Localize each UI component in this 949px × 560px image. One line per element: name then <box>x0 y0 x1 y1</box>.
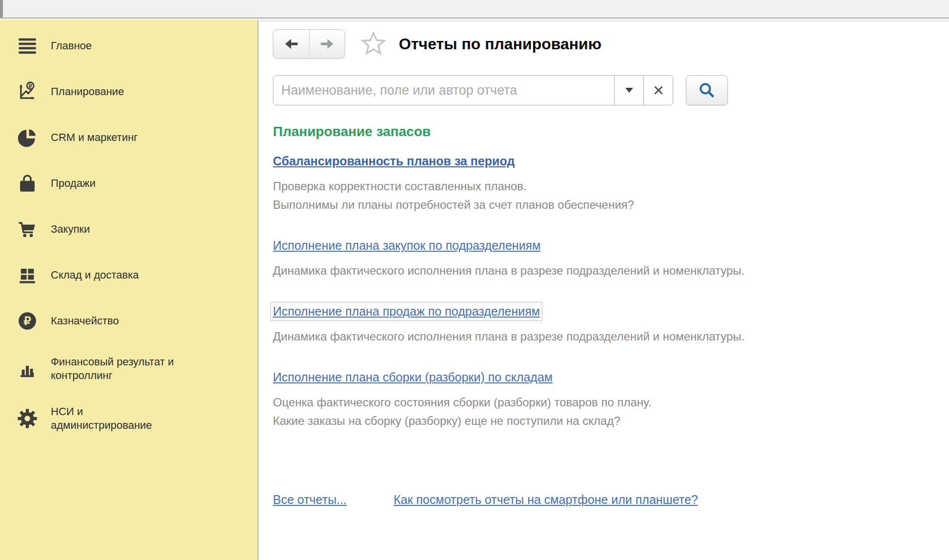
content-top-strip <box>260 20 949 22</box>
sidebar-item[interactable]: НСИ и администрирование <box>0 405 257 432</box>
history-nav-group <box>273 29 345 59</box>
report-description: Динамика фактического исполнения плана в… <box>273 327 944 346</box>
report-description-line: Оценка фактического состояния сборки (ра… <box>273 393 944 412</box>
footer-link[interactable]: Как посмотреть отчеты на смартфоне или п… <box>393 493 698 507</box>
back-arrow-icon <box>283 36 300 52</box>
search-input[interactable] <box>273 76 614 105</box>
report-description: Оценка фактического состояния сборки (ра… <box>273 393 944 430</box>
sidebar-item[interactable]: CRM и маркетинг <box>0 126 257 149</box>
page-title: Отчеты по планированию <box>399 35 601 53</box>
window-tab[interactable]: Изменены правила учета курсовых разниц <box>2 0 3 18</box>
sidebar-item-label: Закупки <box>51 222 90 236</box>
main-content: Отчеты по планированию Планирование запа… <box>260 20 949 560</box>
sidebar-item[interactable]: Закупки <box>0 218 257 241</box>
sidebar-item[interactable]: Склад и доставка <box>0 263 257 287</box>
footer-link[interactable]: Все отчеты... <box>273 493 347 507</box>
window-tab-bar: Начальная страница Монитор Портала 1С:ИТ… <box>0 0 949 19</box>
search-clear-button[interactable] <box>643 76 673 105</box>
report-link[interactable]: Исполнение плана продаж по подразделения… <box>273 304 540 319</box>
report-link[interactable]: Исполнение плана закупок по подразделени… <box>273 239 540 253</box>
sidebar-item-label: CRM и маркетинг <box>51 131 138 144</box>
sidebar-item[interactable]: Продажи <box>0 172 257 195</box>
section-title: Планирование запасов <box>273 124 944 140</box>
favorites-star-button[interactable] <box>360 30 387 58</box>
search-box <box>273 75 673 105</box>
page-header: Отчеты по планированию <box>273 29 944 59</box>
chevron-down-icon <box>625 88 633 93</box>
sidebar-item-label: Финансовый результат и контроллинг <box>51 355 174 382</box>
forward-arrow-icon <box>319 36 335 52</box>
report-description-line: Проверка корректности составленных плано… <box>273 177 944 196</box>
sidebar-item-label: Склад и доставка <box>51 268 139 282</box>
report-link[interactable]: Сбалансированность планов за период <box>273 154 515 168</box>
sidebar-item-label: Продажи <box>51 177 96 190</box>
footer-links: Все отчеты...Как посмотреть отчеты на см… <box>273 493 944 507</box>
sidebar-item-label: Планирование <box>51 85 124 99</box>
svg-text:₽: ₽ <box>23 315 31 327</box>
sidebar-item-label: Казначейство <box>51 314 119 328</box>
report-entry: Исполнение плана продаж по подразделения… <box>273 304 944 346</box>
report-search-row <box>273 75 944 105</box>
star-icon <box>360 31 387 57</box>
report-description: Динамика фактического исполнения плана в… <box>273 261 944 280</box>
report-entry: Сбалансированность планов за период Пров… <box>273 154 944 214</box>
report-description-line: Динамика фактического исполнения плана в… <box>273 327 944 346</box>
sections-sidebar: Главное ₽ Планирование CRM и маркетинг П… <box>0 20 259 560</box>
forward-button[interactable] <box>309 30 345 58</box>
sidebar-item-label: Главное <box>51 39 92 53</box>
sidebar-item-label: НСИ и администрирование <box>51 405 152 432</box>
sidebar-item[interactable]: ₽ Планирование <box>0 80 257 103</box>
back-button[interactable] <box>273 30 309 58</box>
report-description-line: Выполнимы ли планы потребностей за счет … <box>273 196 944 214</box>
report-entry: Исполнение плана закупок по подразделени… <box>273 239 944 280</box>
search-history-dropdown-button[interactable] <box>614 76 643 105</box>
report-description-line: Динамика фактического исполнения плана в… <box>273 261 944 280</box>
report-link[interactable]: Исполнение плана сборки (разборки) по ск… <box>273 370 553 384</box>
search-icon <box>698 81 716 100</box>
svg-text:₽: ₽ <box>29 83 33 89</box>
search-button[interactable] <box>686 75 728 105</box>
report-list: Сбалансированность планов за период Пров… <box>273 154 944 430</box>
sidebar-item[interactable]: Главное <box>0 34 257 58</box>
close-icon <box>653 85 664 96</box>
report-description: Проверка корректности составленных плано… <box>273 177 944 214</box>
report-description-line: Какие заказы на сборку (разборку) еще не… <box>273 412 944 430</box>
sidebar-item[interactable]: Финансовый результат и контроллинг <box>0 355 257 382</box>
report-entry: Исполнение плана сборки (разборки) по ск… <box>273 370 944 430</box>
sidebar-item[interactable]: ₽ Казначейство <box>0 309 257 333</box>
